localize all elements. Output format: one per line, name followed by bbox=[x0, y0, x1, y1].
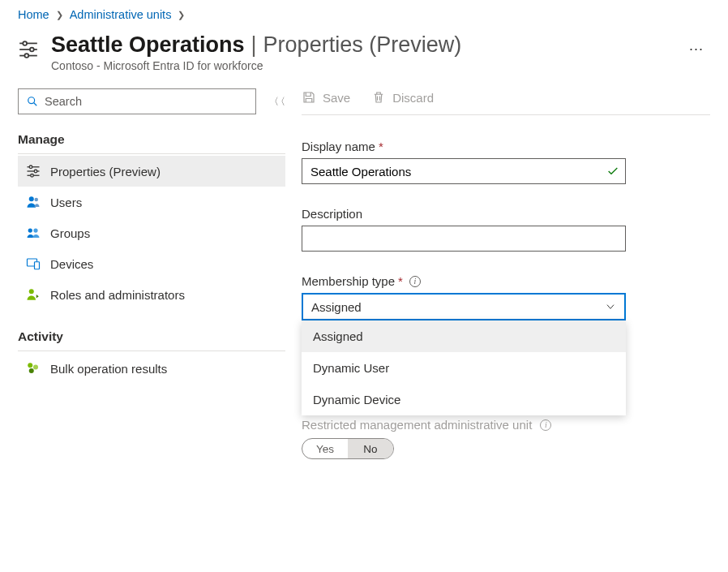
discard-icon bbox=[371, 90, 386, 105]
toggle-yes[interactable]: Yes bbox=[302, 439, 348, 458]
user-icon bbox=[26, 195, 41, 209]
section-manage-title: Manage bbox=[18, 127, 285, 153]
chevron-right-icon: ❯ bbox=[56, 10, 63, 20]
svg-point-1 bbox=[23, 41, 27, 45]
page-title-secondary: Properties (Preview) bbox=[263, 32, 462, 58]
search-input[interactable] bbox=[45, 95, 247, 108]
divider bbox=[18, 351, 285, 351]
option-dynamic-user[interactable]: Dynamic User bbox=[302, 352, 626, 384]
chevron-right-icon: ❯ bbox=[178, 10, 185, 20]
settings-sliders-icon bbox=[26, 164, 41, 178]
required-indicator: * bbox=[398, 274, 403, 288]
sidebar-item-devices[interactable]: Devices bbox=[18, 248, 285, 279]
field-display-name: Display name * bbox=[302, 140, 710, 184]
svg-point-9 bbox=[29, 166, 32, 169]
save-icon bbox=[302, 90, 316, 105]
toolbar: Save Discard bbox=[302, 88, 710, 114]
svg-point-13 bbox=[31, 174, 34, 177]
svg-line-7 bbox=[34, 103, 37, 106]
settings-sliders-icon bbox=[18, 39, 39, 60]
svg-point-21 bbox=[28, 363, 32, 368]
sidebar-item-properties[interactable]: Properties (Preview) bbox=[18, 156, 285, 187]
option-assigned[interactable]: Assigned bbox=[302, 320, 626, 352]
info-icon[interactable]: i bbox=[540, 419, 551, 431]
groups-icon bbox=[26, 226, 41, 240]
toggle-no[interactable]: No bbox=[348, 439, 393, 458]
sidebar-item-label: Groups bbox=[50, 226, 90, 240]
save-label: Save bbox=[323, 91, 350, 105]
search-icon bbox=[27, 96, 38, 107]
sidebar-item-label: Bulk operation results bbox=[50, 362, 167, 376]
sidebar-item-label: Users bbox=[50, 196, 82, 209]
chevron-down-icon bbox=[605, 301, 616, 312]
option-dynamic-device[interactable]: Dynamic Device bbox=[302, 384, 626, 415]
description-label: Description bbox=[302, 207, 362, 221]
breadcrumb: Home ❯ Administrative units ❯ bbox=[0, 0, 728, 26]
svg-point-6 bbox=[28, 97, 35, 104]
title-divider: | bbox=[251, 32, 257, 58]
devices-icon bbox=[26, 256, 41, 271]
membership-type-value: Assigned bbox=[311, 300, 362, 314]
display-name-input[interactable] bbox=[302, 158, 626, 184]
sidebar-item-roles[interactable]: Roles and administrators bbox=[18, 279, 285, 310]
membership-type-dropdown: Assigned Dynamic User Dynamic Device bbox=[302, 320, 626, 415]
section-activity-title: Activity bbox=[18, 325, 285, 351]
sidebar-item-label: Properties (Preview) bbox=[50, 165, 161, 178]
roles-icon bbox=[26, 287, 41, 302]
sidebar: 〈〈 Manage Properties (Preview) Users bbox=[18, 88, 285, 459]
page-header: Seattle Operations | Properties (Preview… bbox=[0, 26, 728, 80]
description-input[interactable] bbox=[302, 226, 626, 252]
svg-point-23 bbox=[29, 368, 34, 373]
required-indicator: * bbox=[379, 140, 383, 153]
svg-point-15 bbox=[35, 198, 39, 202]
membership-type-select[interactable]: Assigned bbox=[302, 293, 626, 320]
sidebar-item-groups[interactable]: Groups bbox=[18, 217, 285, 248]
sidebar-item-label: Roles and administrators bbox=[50, 288, 185, 302]
content: Save Discard Display name * bbox=[285, 88, 710, 459]
restricted-label: Restricted management administrative uni… bbox=[302, 418, 532, 432]
divider bbox=[18, 153, 285, 154]
discard-button[interactable]: Discard bbox=[371, 90, 434, 105]
field-description: Description bbox=[302, 207, 710, 252]
search-box[interactable] bbox=[18, 88, 256, 114]
collapse-sidebar-button[interactable]: 〈〈 bbox=[266, 92, 285, 112]
svg-point-5 bbox=[24, 54, 28, 58]
field-membership-type: Membership type * i Assigned Assigned Dy… bbox=[302, 274, 710, 320]
info-icon[interactable]: i bbox=[409, 276, 421, 287]
svg-point-20 bbox=[29, 289, 34, 294]
breadcrumb-home[interactable]: Home bbox=[18, 8, 49, 21]
restricted-toggle[interactable]: Yes No bbox=[302, 438, 394, 459]
checkmark-icon bbox=[606, 165, 619, 178]
svg-point-3 bbox=[30, 48, 34, 52]
breadcrumb-admin-units[interactable]: Administrative units bbox=[70, 8, 172, 21]
page-subtitle: Contoso - Microsoft Entra ID for workfor… bbox=[51, 59, 670, 72]
sidebar-item-label: Devices bbox=[50, 257, 93, 271]
sidebar-item-users[interactable]: Users bbox=[18, 187, 285, 217]
svg-point-22 bbox=[33, 365, 38, 370]
discard-label: Discard bbox=[392, 91, 434, 105]
membership-type-label: Membership type bbox=[302, 274, 395, 288]
svg-rect-19 bbox=[35, 262, 40, 269]
display-name-label: Display name bbox=[302, 140, 375, 153]
more-actions-button[interactable]: ··· bbox=[683, 37, 710, 61]
bulk-icon bbox=[26, 361, 41, 376]
save-button[interactable]: Save bbox=[302, 90, 350, 105]
sidebar-item-bulk[interactable]: Bulk operation results bbox=[18, 353, 285, 384]
divider bbox=[302, 114, 710, 115]
svg-point-16 bbox=[28, 228, 32, 232]
page-title-main: Seattle Operations bbox=[51, 32, 245, 58]
svg-point-11 bbox=[34, 170, 37, 173]
svg-point-17 bbox=[33, 228, 37, 232]
svg-point-14 bbox=[29, 196, 34, 201]
restricted-label-row: Restricted management administrative uni… bbox=[302, 418, 710, 432]
